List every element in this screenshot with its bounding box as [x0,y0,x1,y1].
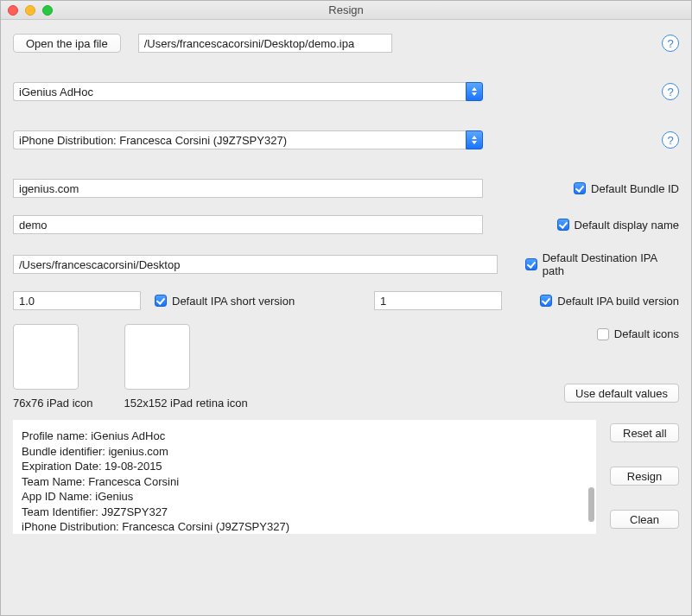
default-destination-label: Default Destination IPA path [543,251,679,277]
minimize-icon[interactable] [25,5,35,16]
info-textview[interactable]: Profile name: iGenius AdHoc Bundle ident… [13,420,596,534]
ipad-retina-icon-slot[interactable]: 152x152 iPad retina icon [124,324,248,410]
display-name-input[interactable] [13,215,483,234]
scrollbar-thumb[interactable] [588,487,594,522]
info-line: Profile name: iGenius AdHoc [22,429,587,444]
ipa-path-input[interactable] [138,34,392,53]
default-short-version-label: Default IPA short version [172,295,295,308]
default-bundle-id-checkbox[interactable]: Default Bundle ID [574,182,679,195]
open-ipa-button[interactable]: Open the ipa file [13,34,121,53]
zoom-icon[interactable] [42,5,53,16]
ipad-icon-label: 76x76 iPad icon [13,397,93,410]
use-default-values-button[interactable]: Use default values [564,384,679,403]
destination-path-input[interactable] [13,255,498,274]
profile-select[interactable] [13,82,483,101]
default-build-version-checkbox[interactable]: Default IPA build version [540,295,679,308]
close-icon[interactable] [8,5,18,16]
resign-button[interactable]: Resign [610,467,679,486]
ipad-retina-icon-label: 152x152 iPad retina icon [124,397,248,410]
chevron-up-down-icon[interactable] [466,82,483,101]
content: Open the ipa file ? ? [1,20,691,546]
info-line: Bundle identifier: igenius.com [22,444,587,460]
default-destination-checkbox[interactable]: Default Destination IPA path [525,251,679,277]
profile-select-value[interactable] [13,82,466,101]
titlebar: Resign [1,1,691,20]
default-bundle-id-label: Default Bundle ID [591,182,679,195]
cert-select[interactable] [13,130,483,149]
default-icons-label: Default icons [614,327,679,340]
bundle-id-input[interactable] [13,179,483,198]
default-display-name-label: Default display name [575,219,679,232]
short-version-input[interactable] [13,291,141,310]
traffic-lights [8,5,53,16]
info-line: Team Name: Francesca Corsini [22,474,587,490]
window-title: Resign [1,3,691,16]
default-build-version-label: Default IPA build version [557,295,679,308]
default-short-version-checkbox[interactable]: Default IPA short version [155,295,295,308]
chevron-up-down-icon[interactable] [466,130,483,149]
info-line: iPhone Distribution: Francesca Corsini (… [22,519,587,534]
help-icon[interactable]: ? [662,35,679,52]
cert-select-value[interactable] [13,130,466,149]
reset-all-button[interactable]: Reset all [610,423,679,442]
help-icon[interactable]: ? [662,131,679,149]
resign-window: Resign Open the ipa file ? ? [0,0,692,616]
help-icon[interactable]: ? [662,83,679,100]
default-icons-checkbox[interactable]: Default icons [597,327,679,340]
clean-button[interactable]: Clean [610,510,679,529]
default-display-name-checkbox[interactable]: Default display name [557,219,679,232]
info-line: Expiration Date: 19-08-2015 [22,459,587,474]
ipad-icon-slot[interactable]: 76x76 iPad icon [13,324,93,410]
build-version-input[interactable] [374,291,502,310]
info-line: App ID Name: iGenius [22,489,587,505]
info-line: Team Identifier: J9Z7SPY327 [22,505,587,520]
